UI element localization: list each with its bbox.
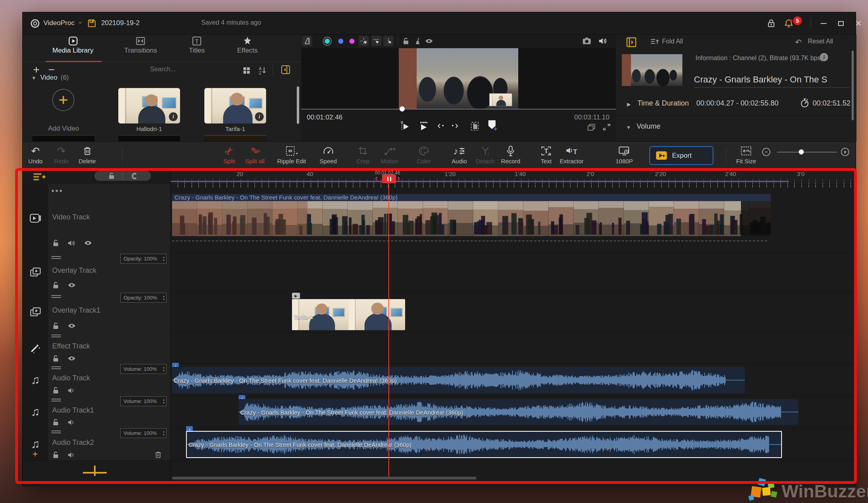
progress-handle[interactable] (400, 106, 405, 112)
playhead-left-chevron-icon[interactable]: ‹ (375, 173, 378, 184)
maximize-button[interactable] (832, 12, 850, 35)
delete-button[interactable]: Delete (78, 145, 96, 164)
app-menu[interactable]: VideoProc (43, 19, 74, 27)
tab-media-library[interactable]: Media Library (53, 35, 94, 55)
mute-icon[interactable] (67, 418, 76, 426)
redo-button[interactable]: ↷Redo (54, 145, 69, 164)
screenshot-button[interactable] (470, 121, 480, 132)
lock-icon[interactable] (52, 322, 60, 330)
split-all-button[interactable]: ✎≡Split all (245, 145, 265, 164)
track-drag-handle[interactable] (51, 295, 61, 298)
tab-titles[interactable]: T Titles (189, 35, 205, 55)
detach-button[interactable]: ♪ Detach (476, 145, 495, 164)
snap-magnet-icon[interactable] (129, 172, 137, 180)
tab-effects[interactable]: Effects (237, 35, 258, 55)
visibility-eye-icon[interactable] (67, 281, 76, 289)
track-header-video[interactable]: ••• Video Track (23, 184, 170, 252)
dual-view-button[interactable] (587, 123, 596, 131)
track-drag-handle[interactable] (51, 431, 61, 433)
media-item-partial[interactable] (204, 135, 266, 141)
dashed-cursor-icon[interactable] (371, 36, 382, 46)
volume-spinner[interactable]: Volume: 100%▴▾ (120, 364, 167, 374)
track-drag-handle[interactable] (51, 335, 61, 337)
fullscreen-button[interactable] (602, 123, 611, 131)
fold-all-icon[interactable] (650, 38, 659, 46)
snapshot-camera-icon[interactable] (582, 36, 592, 46)
media-item-partial[interactable] (118, 135, 180, 141)
text-button[interactable]: T+ Text (541, 145, 552, 164)
color-button[interactable]: Color (417, 145, 431, 164)
line-cursor-icon[interactable] (383, 36, 394, 46)
playhead-line[interactable] (388, 178, 389, 478)
mute-icon[interactable] (67, 451, 76, 459)
zoom-out-button[interactable]: − (762, 148, 770, 156)
project-name[interactable]: 202109-19-2 (101, 19, 139, 27)
broom-icon[interactable] (413, 36, 423, 46)
tab-transitions[interactable]: Transitions (124, 35, 157, 55)
marker-cyan-icon[interactable] (322, 36, 332, 46)
fit-size-button[interactable]: Fit Size (736, 145, 756, 164)
mute-icon[interactable] (67, 386, 76, 394)
media-item-partial[interactable] (32, 135, 94, 141)
export-button[interactable]: Export (649, 146, 713, 165)
speaker-icon[interactable] (598, 36, 608, 46)
volume-spinner[interactable]: Volume: 100%▴▾ (120, 396, 167, 406)
lock-icon[interactable] (52, 354, 60, 362)
add-video-button[interactable] (52, 89, 74, 111)
reset-all-button[interactable]: Reset All (808, 38, 833, 45)
add-track-plus-icon[interactable]: + (32, 448, 38, 460)
motion-button[interactable]: Motion (380, 145, 398, 164)
zoom-slider-handle[interactable] (799, 149, 804, 155)
ruler-toggle-icon[interactable] (302, 36, 312, 46)
media-scrollbar[interactable] (297, 86, 299, 124)
track-header-audio[interactable]: ♫ Volume: 100%▴▾ Audio Track (23, 364, 170, 396)
mute-icon[interactable] (67, 239, 76, 247)
track-menu-button[interactable]: ••• (51, 186, 63, 196)
split-button[interactable]: ✂Split (223, 145, 235, 164)
audio-clip-1[interactable]: Crazy - Gnarls Barkley - On The Street F… (172, 367, 745, 393)
audio-button[interactable]: ♪ Audio (452, 145, 467, 164)
track-drag-handle[interactable] (51, 399, 61, 401)
resolution-button[interactable]: 1080P (615, 145, 633, 164)
save-icon[interactable] (87, 19, 96, 28)
chevron-down-icon[interactable]: ⌄ (78, 18, 83, 25)
notification-bell-icon[interactable] (784, 18, 794, 29)
lock-icon[interactable] (767, 19, 776, 28)
playhead-right-chevron-icon[interactable]: › (397, 173, 400, 184)
step-forward-button[interactable]: • › (452, 121, 458, 130)
video-clip[interactable]: Crazy - Gnarls Barkley - On The Street F… (172, 194, 771, 236)
step-back-button[interactable]: ‹ • (437, 121, 444, 130)
extractor-button[interactable]: T Extractor (560, 145, 584, 164)
undo-button[interactable]: ↶Undo (28, 145, 43, 164)
clip-title-field[interactable]: Crazy - Gnarls Barkley - On The S (694, 74, 850, 88)
track-header-overlay1[interactable]: Opacity: 100%▴▾ Overlay Track1 (23, 292, 170, 332)
track-header-effect[interactable]: Effect Track (23, 332, 170, 364)
volume-spinner[interactable]: Volume: 100%▴▾ (120, 428, 167, 438)
grid-view-icon[interactable] (243, 67, 251, 74)
crosshair-cursor-icon[interactable] (359, 36, 369, 46)
visibility-eye-icon[interactable] (84, 239, 92, 247)
lock-icon[interactable] (52, 386, 60, 394)
visibility-eye-icon[interactable] (67, 322, 76, 330)
info-badge-icon[interactable]: i (169, 112, 178, 121)
inspector-scrollbar[interactable] (852, 51, 854, 120)
info-icon[interactable]: i (820, 53, 828, 61)
crop-button[interactable]: Crop (357, 145, 370, 164)
opacity-spinner[interactable]: Opacity: 100%▴▾ (120, 293, 167, 303)
opacity-spinner[interactable]: Opacity: 100%▴▾ (120, 254, 167, 264)
timeline-hscrollbar[interactable] (172, 477, 476, 480)
delete-track-icon[interactable] (155, 451, 162, 459)
speed-button[interactable]: Speed (319, 145, 337, 164)
unlock-icon[interactable] (401, 36, 411, 46)
info-badge-icon[interactable]: i (255, 112, 264, 121)
preview-progress-bar[interactable] (301, 109, 616, 110)
search-input[interactable] (150, 66, 226, 73)
add-new-track-button[interactable] (82, 464, 108, 477)
add-media-button[interactable]: + (33, 63, 39, 76)
expand-panel-icon[interactable] (626, 37, 637, 47)
track-header-overlay[interactable]: Opacity: 100%▴▾ Overlay Track (23, 252, 170, 292)
lock-tracks-icon[interactable] (108, 172, 115, 180)
media-item-hallodri[interactable]: i (118, 88, 180, 123)
marker-blue-icon[interactable] (335, 36, 346, 46)
audio-clip-2[interactable]: Crazy - Gnarls Barkley - On The Street F… (239, 399, 798, 425)
